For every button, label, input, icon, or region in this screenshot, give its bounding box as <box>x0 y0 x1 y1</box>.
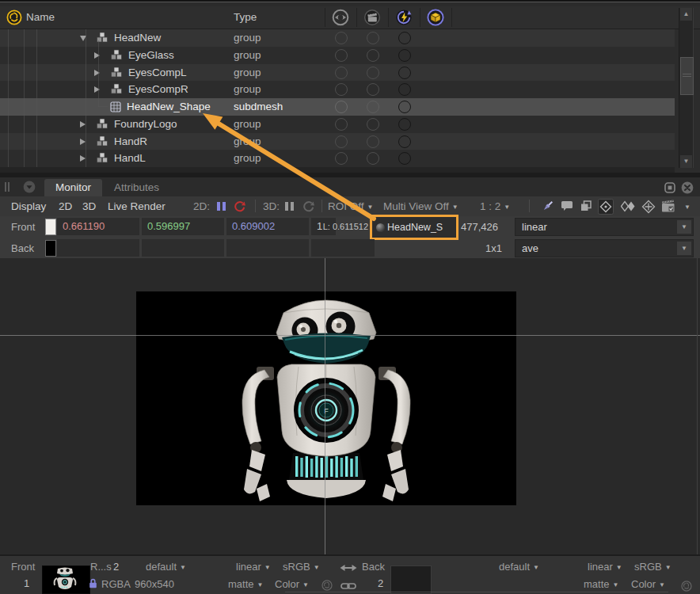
live-render-toggle[interactable] <box>398 118 411 131</box>
live-render-toggle[interactable] <box>398 152 411 165</box>
link-buffers-icon[interactable] <box>340 581 356 592</box>
render-toggle[interactable] <box>367 32 379 44</box>
visibility-toggle[interactable] <box>335 135 348 148</box>
node-name[interactable]: HeadNew_Shape <box>127 101 211 112</box>
front-matte-dropdown[interactable]: matte▼ <box>228 578 263 590</box>
node-name[interactable]: HandR <box>114 135 147 147</box>
eyedropper-icon[interactable] <box>542 200 554 215</box>
lock-icon[interactable] <box>89 578 97 591</box>
back-preset-dropdown[interactable]: default▼ <box>499 561 539 573</box>
copy-layers-icon[interactable] <box>580 200 592 215</box>
live-render-toggle[interactable] <box>398 83 411 96</box>
center-image-icon[interactable] <box>641 200 656 216</box>
pane-grip-handle[interactable] <box>5 182 6 192</box>
node-name[interactable]: FoundryLogo <box>114 118 177 130</box>
table-row[interactable]: FoundryLogo group <box>0 116 675 133</box>
pause-2d-icon[interactable] <box>217 202 226 211</box>
menu-3d[interactable]: 3D <box>82 200 96 212</box>
pane-menu-icon[interactable] <box>23 181 36 196</box>
render-toggle[interactable] <box>367 101 379 113</box>
vertical-scrollbar[interactable]: ▲ ▼ <box>679 8 694 168</box>
front-display-dropdown[interactable]: sRGB▼ <box>283 561 320 573</box>
visibility-toggle[interactable] <box>335 49 348 62</box>
menu-2d[interactable]: 2D <box>59 200 72 212</box>
render-toggle[interactable] <box>367 152 379 165</box>
table-row[interactable]: EyeGlass group <box>0 47 675 64</box>
table-row[interactable]: EyesCompR group <box>0 81 675 98</box>
swap-buffers-icon[interactable] <box>340 563 357 575</box>
node-name[interactable]: EyeGlass <box>128 49 174 61</box>
live-render-toggle[interactable] <box>398 135 411 148</box>
front-buffer-name[interactable]: R...s <box>90 561 112 573</box>
live-render-toggle[interactable] <box>398 32 411 44</box>
menu-display[interactable]: Display <box>11 200 46 212</box>
node-name[interactable]: HandL <box>114 152 146 164</box>
viewer-box-icon[interactable] <box>427 9 444 29</box>
toolbar-more-dropdown-icon[interactable]: ▼ <box>684 204 690 211</box>
compare-buffers-icon[interactable] <box>621 200 635 215</box>
dropdown-button-icon[interactable]: ▼ <box>677 242 691 255</box>
back-colorspace-dropdown[interactable]: linear▼ <box>588 561 622 573</box>
monitored-node-field[interactable]: HeadNew_S <box>372 217 456 238</box>
multi-view-dropdown[interactable]: Multi View Off▼ <box>383 200 458 212</box>
visibility-toggle[interactable] <box>335 67 348 79</box>
render-toggle[interactable] <box>367 49 379 62</box>
live-render-toggle[interactable] <box>398 101 411 113</box>
node-name[interactable]: HeadNew <box>114 32 161 44</box>
back-buffer-thumbnail[interactable] <box>390 565 432 594</box>
node-name[interactable]: EyesCompL <box>128 67 187 78</box>
render-toggle[interactable] <box>367 83 379 96</box>
roi-dropdown[interactable]: ROI Off▼ <box>328 200 373 212</box>
back-color-swatch[interactable] <box>45 240 56 257</box>
scroll-up-button[interactable]: ▲ <box>680 8 692 21</box>
live-render-toggle[interactable] <box>398 49 411 62</box>
table-row[interactable]: HandL group <box>0 150 675 167</box>
table-row[interactable]: HeadNew group <box>0 29 675 47</box>
expander-collapsed-icon[interactable] <box>80 155 86 162</box>
gamut-warning-icon[interactable] <box>598 199 614 217</box>
refresh-3d-icon[interactable] <box>302 200 314 215</box>
horizontal-scroll-strip[interactable] <box>0 167 675 173</box>
live-render-toggle[interactable] <box>398 67 411 79</box>
expander-collapsed-icon[interactable] <box>80 139 86 145</box>
render-clapper-icon[interactable] <box>363 9 381 29</box>
column-header-type[interactable]: Type <box>234 11 257 23</box>
front-colorspace-dropdown[interactable]: linear▼ <box>515 218 694 236</box>
comment-bubble-icon[interactable] <box>561 200 573 214</box>
back-view-dropdown[interactable]: Color▼ <box>631 578 665 590</box>
maximize-pane-icon[interactable] <box>664 181 676 196</box>
expander-collapsed-icon[interactable] <box>80 121 86 128</box>
front-colorspace-dropdown[interactable]: linear▼ <box>236 561 271 573</box>
live-render-refresh-icon[interactable] <box>395 9 413 29</box>
front-view-dropdown[interactable]: Color▼ <box>275 578 309 590</box>
scroll-thumb[interactable] <box>680 57 694 95</box>
visibility-eye-icon[interactable] <box>332 9 349 29</box>
back-matte-dropdown[interactable]: matte▼ <box>584 578 618 590</box>
front-color-swatch[interactable] <box>45 219 56 235</box>
visibility-toggle[interactable] <box>335 83 348 96</box>
close-pane-icon[interactable] <box>681 181 694 196</box>
average-mode-dropdown[interactable]: ave▼ <box>515 239 694 257</box>
visibility-toggle[interactable] <box>335 32 348 44</box>
column-header-name[interactable]: Name <box>26 11 55 23</box>
tab-attributes[interactable]: Attributes <box>103 179 170 196</box>
refresh-2d-icon[interactable] <box>233 200 245 215</box>
node-name[interactable]: EyesCompR <box>128 83 188 95</box>
back-display-dropdown[interactable]: sRGB▼ <box>634 561 671 573</box>
front-preset-dropdown[interactable]: default▼ <box>146 561 186 573</box>
render-toggle[interactable] <box>367 118 379 131</box>
scroll-down-button[interactable]: ▼ <box>680 155 692 168</box>
table-row[interactable]: HandR group <box>0 133 675 150</box>
table-row[interactable]: EyesCompL group <box>0 64 675 82</box>
monitor-viewport[interactable]: F <box>0 258 700 554</box>
visibility-toggle[interactable] <box>335 101 348 113</box>
render-movie-icon[interactable] <box>660 200 676 215</box>
front-buffer-thumbnail[interactable] <box>42 565 90 594</box>
zoom-level-dropdown[interactable]: 1 : 2▼ <box>480 200 510 212</box>
pause-3d-icon[interactable] <box>285 202 295 211</box>
menu-live-render[interactable]: Live Render <box>108 200 165 212</box>
visibility-toggle[interactable] <box>335 152 348 165</box>
visibility-toggle[interactable] <box>335 118 348 131</box>
render-toggle[interactable] <box>367 135 379 148</box>
render-toggle[interactable] <box>367 67 379 79</box>
